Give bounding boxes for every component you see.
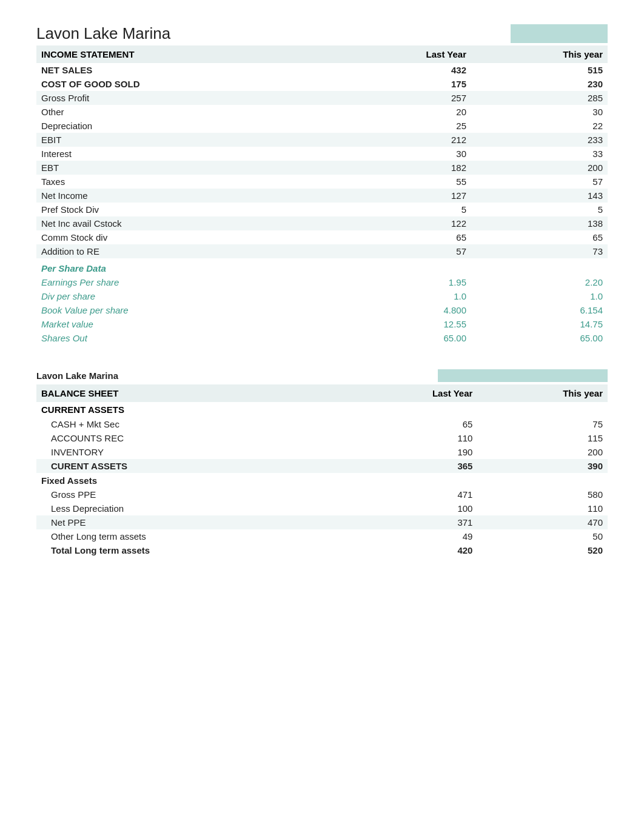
income-row-last-year: 5: [334, 203, 471, 216]
balance-fixed-label: Gross PPE: [36, 488, 346, 501]
balance-current-this-year: 200: [477, 445, 608, 459]
income-row-label: Other: [36, 105, 334, 119]
balance-current-label: CASH + Mkt Sec: [36, 417, 346, 431]
income-row-this-year: 285: [471, 91, 608, 105]
income-row-label: Comm Stock div: [36, 230, 334, 244]
income-row-this-year: 5: [471, 203, 608, 216]
income-company-header: Lavon Lake Marina: [36, 24, 608, 43]
balance-company-header: Lavon Lake Marina: [36, 369, 608, 382]
income-row-this-year: 515: [471, 63, 608, 77]
income-row-label: COST OF GOOD SOLD: [36, 77, 334, 91]
income-row-label: NET SALES: [36, 63, 334, 77]
balance-fixed-last-year: 420: [346, 543, 477, 557]
balance-current-this-year: 390: [477, 459, 608, 473]
per-share-row-this-year: 6.154: [471, 303, 608, 317]
balance-fixed-label: Less Depreciation: [36, 501, 346, 515]
income-row-last-year: 182: [334, 161, 471, 175]
balance-fixed-last-year: 371: [346, 515, 477, 529]
per-share-row-this-year: 1.0: [471, 289, 608, 303]
income-row-last-year: 432: [334, 63, 471, 77]
balance-col-last-year: Last Year: [346, 384, 477, 402]
per-share-row-last-year: 4.800: [334, 303, 471, 317]
per-share-header: Per Share Data: [36, 258, 608, 275]
income-row-this-year: 65: [471, 230, 608, 244]
income-row-this-year: 22: [471, 119, 608, 133]
per-share-row-last-year: 65.00: [334, 331, 471, 345]
income-row-last-year: 257: [334, 91, 471, 105]
income-row-last-year: 25: [334, 119, 471, 133]
per-share-row-this-year: 65.00: [471, 331, 608, 345]
per-share-row-this-year: 2.20: [471, 275, 608, 289]
income-row-this-year: 30: [471, 105, 608, 119]
income-row-label: Pref Stock Div: [36, 203, 334, 216]
current-assets-header: CURRENT ASSETS: [36, 402, 608, 417]
balance-current-last-year: 110: [346, 431, 477, 445]
per-share-row-label: Book Value per share: [36, 303, 334, 317]
income-row-label: Depreciation: [36, 119, 334, 133]
per-share-row-label: Earnings Per share: [36, 275, 334, 289]
per-share-row-label: Shares Out: [36, 331, 334, 345]
balance-current-label: INVENTORY: [36, 445, 346, 459]
per-share-row-label: Div per share: [36, 289, 334, 303]
income-row-this-year: 143: [471, 189, 608, 203]
per-share-row-last-year: 1.0: [334, 289, 471, 303]
income-row-last-year: 20: [334, 105, 471, 119]
income-row-label: EBT: [36, 161, 334, 175]
balance-current-label: ACCOUNTS REC: [36, 431, 346, 445]
income-row-this-year: 138: [471, 216, 608, 230]
fixed-assets-header: Fixed Assets: [36, 473, 608, 488]
balance-fixed-last-year: 100: [346, 501, 477, 515]
balance-current-this-year: 115: [477, 431, 608, 445]
income-row-label: Interest: [36, 147, 334, 161]
income-col-last-year: Last Year: [334, 45, 471, 63]
balance-fixed-last-year: 49: [346, 529, 477, 543]
balance-fixed-this-year: 110: [477, 501, 608, 515]
balance-current-this-year: 75: [477, 417, 608, 431]
income-row-last-year: 55: [334, 175, 471, 189]
income-row-label: Net Inc avail Cstock: [36, 216, 334, 230]
per-share-row-last-year: 12.55: [334, 317, 471, 331]
income-row-label: Taxes: [36, 175, 334, 189]
balance-fixed-this-year: 50: [477, 529, 608, 543]
balance-sheet-label: BALANCE SHEET: [36, 384, 346, 402]
balance-fixed-this-year: 520: [477, 543, 608, 557]
income-row-last-year: 212: [334, 133, 471, 147]
income-row-label: Gross Profit: [36, 91, 334, 105]
balance-col-this-year: This year: [477, 384, 608, 402]
income-row-last-year: 175: [334, 77, 471, 91]
income-row-this-year: 200: [471, 161, 608, 175]
balance-current-last-year: 365: [346, 459, 477, 473]
balance-fixed-label: Total Long term assets: [36, 543, 346, 557]
income-row-last-year: 127: [334, 189, 471, 203]
income-row-this-year: 233: [471, 133, 608, 147]
income-statement-label: INCOME STATEMENT: [36, 45, 334, 63]
income-row-this-year: 73: [471, 244, 608, 258]
balance-fixed-this-year: 580: [477, 488, 608, 501]
per-share-row-this-year: 14.75: [471, 317, 608, 331]
balance-current-last-year: 190: [346, 445, 477, 459]
per-share-row-last-year: 1.95: [334, 275, 471, 289]
income-row-label: Addition to RE: [36, 244, 334, 258]
income-row-label: EBIT: [36, 133, 334, 147]
income-company-name: Lavon Lake Marina: [36, 24, 170, 43]
income-row-last-year: 65: [334, 230, 471, 244]
balance-company-name: Lavon Lake Marina: [36, 371, 118, 381]
balance-fixed-label: Other Long term assets: [36, 529, 346, 543]
income-col-this-year: This year: [471, 45, 608, 63]
balance-fixed-label: Net PPE: [36, 515, 346, 529]
income-row-last-year: 30: [334, 147, 471, 161]
income-row-last-year: 57: [334, 244, 471, 258]
balance-sheet-table: BALANCE SHEET Last Year This year CURREN…: [36, 384, 608, 557]
income-row-this-year: 33: [471, 147, 608, 161]
balance-current-label: CURENT ASSETS: [36, 459, 346, 473]
income-row-label: Net Income: [36, 189, 334, 203]
income-row-last-year: 122: [334, 216, 471, 230]
income-row-this-year: 57: [471, 175, 608, 189]
balance-fixed-last-year: 471: [346, 488, 477, 501]
income-row-this-year: 230: [471, 77, 608, 91]
balance-fixed-this-year: 470: [477, 515, 608, 529]
income-statement-table: INCOME STATEMENT Last Year This year NET…: [36, 45, 608, 345]
balance-current-last-year: 65: [346, 417, 477, 431]
per-share-row-label: Market value: [36, 317, 334, 331]
